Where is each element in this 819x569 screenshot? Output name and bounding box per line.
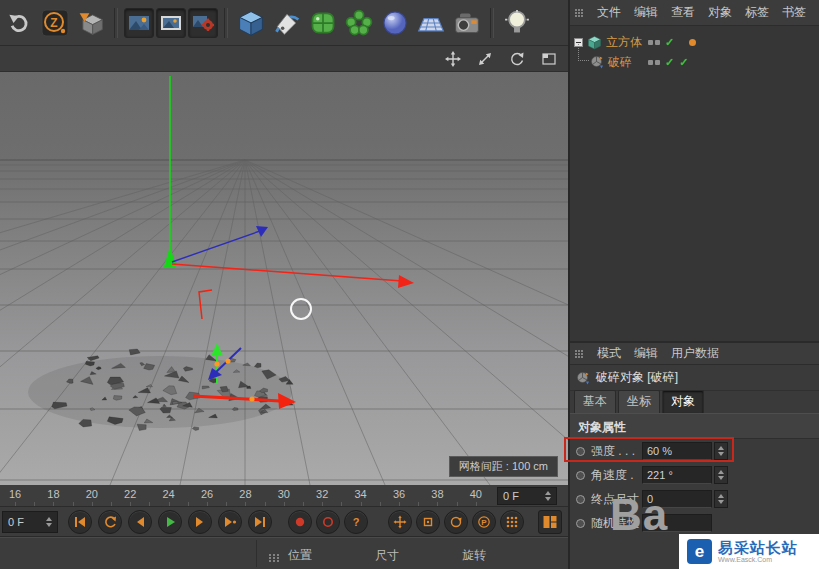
object-row-cube[interactable]: 立方体 ✓ [570, 32, 819, 52]
toolbar-separator [114, 8, 118, 38]
coordinate-bar: 位置尺寸旋转 [0, 537, 568, 569]
menu-item[interactable]: 文件 [597, 4, 621, 21]
array-icon[interactable] [342, 5, 376, 41]
spinner-icon[interactable] [46, 514, 52, 530]
undo-icon[interactable] [2, 5, 36, 41]
layout-button[interactable] [538, 510, 562, 534]
menu-item[interactable]: 编辑 [634, 345, 658, 362]
panel-grip-icon[interactable] [268, 549, 280, 567]
menu-item[interactable]: 用户数据 [671, 345, 719, 362]
play-button[interactable] [158, 510, 182, 534]
record-keyframe-button[interactable] [288, 510, 312, 534]
next-key-button[interactable] [218, 510, 242, 534]
timeline-frame-value: 0 F [503, 490, 519, 502]
panel-grip-icon[interactable] [574, 345, 584, 363]
fracture-object-icon [576, 371, 590, 385]
timeline-tick-label: 40 [461, 488, 491, 500]
property-row-angular-speed: 角速度 . 221 ° [570, 463, 819, 487]
loop-button[interactable] [98, 510, 122, 534]
viewport-3d[interactable]: 网格间距 : 100 cm [0, 72, 568, 485]
transport-bar: 0 F ? P [0, 507, 568, 537]
property-label: 角速度 . [591, 467, 643, 484]
ba-watermark: Ba [610, 490, 668, 540]
attribute-tabs: 基本 坐标 对象 [570, 391, 819, 413]
spinner-icon[interactable] [545, 488, 551, 504]
coordinate-column-header: 位置 [288, 547, 312, 564]
goto-end-button[interactable] [248, 510, 272, 534]
menu-item[interactable]: 查看 [671, 4, 695, 21]
animation-dot-icon[interactable] [576, 495, 585, 504]
animation-dot-icon[interactable] [576, 471, 585, 480]
cinema4d-window: Z [0, 0, 819, 569]
record-position-button[interactable] [388, 510, 412, 534]
object-row-fracture[interactable]: 破碎 ✓ ✓ [570, 52, 819, 72]
timeline-tick-label: 26 [192, 488, 222, 500]
record-parameter-button[interactable]: P [472, 510, 496, 534]
tab-basic[interactable]: 基本 [574, 390, 616, 413]
divider [256, 540, 257, 567]
rotate-view-icon[interactable] [508, 51, 526, 67]
pan-view-icon[interactable] [444, 51, 462, 67]
viewport-header [0, 46, 568, 72]
cube-primitive-icon[interactable] [234, 5, 268, 41]
spinner-icon[interactable] [714, 490, 728, 508]
timeline-tick-label: 16 [0, 488, 30, 500]
attribute-manager-menu: 模式编辑用户数据 [597, 345, 732, 362]
visibility-dots-icon[interactable] [648, 60, 660, 65]
render-view-button[interactable] [124, 8, 154, 38]
strength-highlight-box [564, 437, 734, 462]
floor-icon[interactable] [414, 5, 448, 41]
tab-coordinates[interactable]: 坐标 [618, 390, 660, 413]
menu-item[interactable]: 编辑 [634, 4, 658, 21]
tab-object[interactable]: 对象 [662, 390, 704, 413]
render-picture-viewer-button[interactable] [156, 8, 186, 38]
panel-grip-icon[interactable] [574, 4, 584, 22]
menu-item[interactable]: 对象 [708, 4, 732, 21]
snap-settings-button[interactable] [500, 510, 524, 534]
spinner-icon[interactable] [714, 466, 728, 484]
menu-item[interactable]: 模式 [597, 345, 621, 362]
tag-icon[interactable] [689, 39, 696, 46]
timeline-tick-label: 38 [422, 488, 452, 500]
subdivision-surface-icon[interactable] [306, 5, 340, 41]
goto-start-button[interactable] [68, 510, 92, 534]
angular-speed-value: 221 ° [647, 469, 673, 481]
enabled-check-icon[interactable]: ✓ [665, 57, 674, 68]
autokey-button[interactable] [316, 510, 340, 534]
menu-item[interactable]: 书签 [782, 4, 806, 21]
prev-frame-button[interactable] [128, 510, 152, 534]
top-toolbar: Z [0, 0, 568, 46]
render-settings-button[interactable] [188, 8, 218, 38]
light-icon[interactable] [500, 5, 534, 41]
visibility-dots-icon[interactable] [648, 40, 660, 45]
next-frame-button[interactable] [188, 510, 212, 534]
svg-text:P: P [481, 518, 487, 527]
record-rotation-button[interactable] [444, 510, 468, 534]
timeline-tick-label: 28 [230, 488, 260, 500]
object-properties-section-header: 对象属性 [570, 413, 819, 439]
object-name[interactable]: 立方体 [606, 34, 642, 51]
enabled-check-icon[interactable]: ✓ [679, 57, 688, 68]
timeline-frame-field[interactable]: 0 F [497, 487, 557, 505]
metaball-icon[interactable] [378, 5, 412, 41]
maximize-view-icon[interactable] [540, 51, 558, 67]
make-editable-icon[interactable] [74, 5, 108, 41]
world-axis-gizmo[interactable] [164, 76, 415, 288]
animation-dot-icon[interactable] [576, 519, 585, 528]
right-panel: 文件编辑查看对象标签书签 立方体 ✓ 破碎 ✓ [568, 0, 819, 569]
spline-pen-icon[interactable] [270, 5, 304, 41]
viewport-canvas[interactable] [0, 72, 568, 485]
angular-speed-input[interactable]: 221 ° [642, 466, 712, 484]
camera-icon[interactable] [450, 5, 484, 41]
object-name[interactable]: 破碎 [608, 54, 632, 71]
object-manager-menu: 文件编辑查看对象标签书签 [597, 4, 819, 21]
current-frame-field[interactable]: 0 F [2, 511, 58, 533]
zoom-view-icon[interactable] [476, 51, 494, 67]
enabled-check-icon[interactable]: ✓ [665, 37, 674, 48]
menu-item[interactable]: 标签 [745, 4, 769, 21]
help-button[interactable]: ? [344, 510, 368, 534]
cursor-circle [291, 299, 311, 319]
timeline-ruler[interactable]: 16182022242628303234363840 0 F [0, 485, 568, 507]
record-scale-button[interactable] [416, 510, 440, 534]
z-badge-icon[interactable]: Z [38, 5, 72, 41]
